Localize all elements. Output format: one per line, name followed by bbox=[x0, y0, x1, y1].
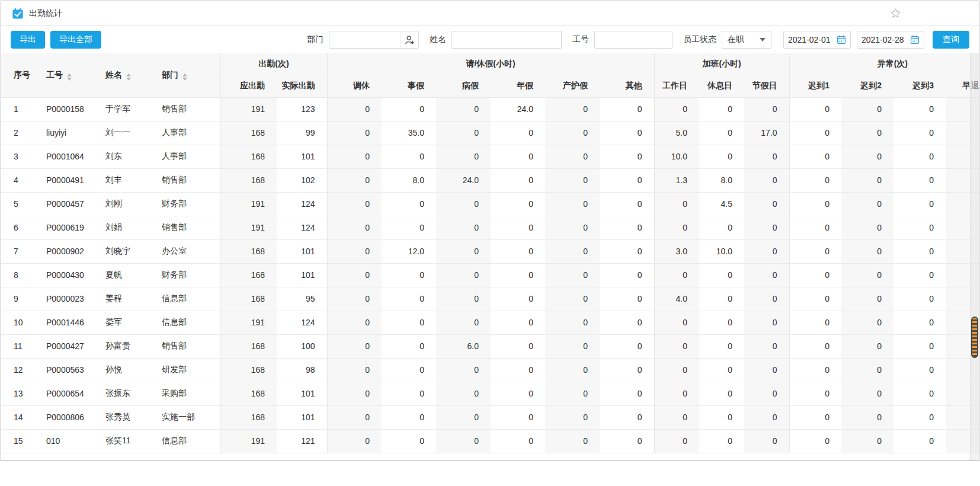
cell-emp-id: P0001064 bbox=[34, 145, 93, 168]
row-index: 14 bbox=[1, 405, 34, 429]
table-cell: 0 bbox=[600, 429, 654, 453]
table-cell: 0 bbox=[841, 429, 893, 453]
name-input-wrap bbox=[451, 31, 562, 49]
column-subheader: 迟到1 bbox=[789, 75, 841, 97]
cell-name: 张秀英 bbox=[93, 405, 149, 429]
table-cell: 0 bbox=[744, 358, 789, 382]
table-cell: 0 bbox=[545, 358, 600, 382]
table-cell: 0 bbox=[893, 192, 946, 216]
star-icon[interactable] bbox=[889, 7, 902, 20]
cell-dept: 信息部 bbox=[149, 311, 220, 334]
table-cell: 0 bbox=[654, 263, 699, 287]
table-cell: 0 bbox=[841, 216, 893, 239]
table-cell: 0 bbox=[545, 239, 600, 263]
table-cell: 0 bbox=[699, 263, 744, 287]
table-cell: 0 bbox=[491, 334, 545, 358]
table-cell: 8.0 bbox=[699, 168, 744, 192]
table-cell: 4.0 bbox=[654, 287, 699, 311]
name-input[interactable] bbox=[452, 32, 561, 47]
table-cell: 0 bbox=[327, 358, 382, 382]
table-cell: 0 bbox=[744, 168, 789, 192]
empid-label: 工号 bbox=[572, 34, 589, 45]
start-date-value: 2021-02-01 bbox=[788, 35, 831, 44]
table-cell: 17.0 bbox=[744, 121, 789, 145]
table-cell: 0 bbox=[600, 192, 654, 216]
table-cell: 0 bbox=[744, 334, 789, 358]
column-header-dept[interactable]: 部门 bbox=[149, 53, 220, 97]
table-cell: 101 bbox=[277, 263, 327, 287]
table-cell: 0 bbox=[545, 145, 600, 168]
table-cell: 121 bbox=[277, 429, 327, 453]
cell-name: 张笑11 bbox=[93, 429, 149, 453]
empid-input[interactable] bbox=[595, 32, 672, 47]
table-cell: 0 bbox=[491, 168, 545, 192]
table-cell: 0 bbox=[744, 97, 789, 121]
cell-emp-id: P0000427 bbox=[34, 334, 93, 358]
query-button[interactable]: 查询 bbox=[933, 31, 969, 49]
table-cell: 0 bbox=[545, 192, 600, 216]
table-cell: 0 bbox=[893, 382, 946, 405]
table-cell: 3.0 bbox=[654, 239, 699, 263]
cell-name: 刘丰 bbox=[93, 168, 149, 192]
dept-input[interactable] bbox=[329, 32, 401, 47]
export-all-button[interactable]: 导出全部 bbox=[50, 31, 101, 49]
row-index: 12 bbox=[1, 358, 34, 382]
table-cell: 124 bbox=[277, 311, 327, 334]
column-group-1: 请/休假(小时) bbox=[327, 53, 654, 75]
table-cell: 168 bbox=[220, 382, 277, 405]
table-cell: 0 bbox=[382, 334, 436, 358]
table-cell: 0 bbox=[600, 382, 654, 405]
sort-carets-icon[interactable] bbox=[126, 73, 131, 81]
table-cell: 0 bbox=[654, 405, 699, 429]
table-cell: 0 bbox=[545, 429, 600, 453]
vertical-scrollbar-track[interactable] bbox=[970, 53, 979, 461]
status-label: 员工状态 bbox=[683, 34, 716, 45]
table-cell: 191 bbox=[220, 97, 277, 121]
table-cell: 0 bbox=[789, 192, 841, 216]
end-date-picker[interactable]: 2021-02-28 bbox=[857, 31, 924, 49]
table-cell: 0 bbox=[789, 311, 841, 334]
table-cell: 168 bbox=[220, 405, 277, 429]
cell-name: 孙富贵 bbox=[93, 334, 149, 358]
column-header-emp-id[interactable]: 工号 bbox=[34, 53, 93, 97]
dept-label: 部门 bbox=[307, 34, 324, 45]
table-cell: 101 bbox=[277, 239, 327, 263]
cell-name: 刘娟 bbox=[93, 216, 149, 239]
cell-dept: 财务部 bbox=[149, 192, 220, 216]
table-cell: 0 bbox=[327, 382, 382, 405]
table-cell: 0 bbox=[789, 216, 841, 239]
vertical-scrollbar-thumb[interactable] bbox=[971, 316, 978, 358]
table-cell: 0 bbox=[699, 97, 744, 121]
column-header-name[interactable]: 姓名 bbox=[93, 53, 149, 97]
table-cell: 0 bbox=[789, 97, 841, 121]
add-user-icon[interactable] bbox=[401, 31, 418, 48]
table-cell: 0 bbox=[491, 216, 545, 239]
table-cell: 191 bbox=[220, 192, 277, 216]
export-button[interactable]: 导出 bbox=[11, 31, 45, 49]
table-cell: 0 bbox=[893, 216, 946, 239]
table-cell: 0 bbox=[436, 358, 491, 382]
sort-carets-icon[interactable] bbox=[67, 73, 72, 81]
table-cell: 168 bbox=[220, 145, 277, 168]
cell-name: 于学军 bbox=[93, 97, 149, 121]
table-cell: 168 bbox=[220, 239, 277, 263]
attendance-table-viewport: 序号工号姓名部门出勤(次)请/休假(小时)加班(小时)异常(次) 应出勤实际出勤… bbox=[1, 53, 979, 461]
table-cell: 0 bbox=[436, 216, 491, 239]
row-index: 3 bbox=[1, 145, 34, 168]
status-value: 在职 bbox=[728, 34, 744, 45]
table-cell: 0 bbox=[893, 358, 946, 382]
status-select[interactable]: 在职 bbox=[722, 31, 771, 49]
table-cell: 0 bbox=[545, 334, 600, 358]
table-cell: 0 bbox=[893, 97, 946, 121]
start-date-picker[interactable]: 2021-02-01 bbox=[783, 31, 851, 49]
column-group-2: 加班(小时) bbox=[654, 53, 789, 75]
table-cell: 0 bbox=[893, 168, 946, 192]
table-cell: 0 bbox=[600, 168, 654, 192]
table-cell: 0 bbox=[893, 121, 946, 145]
sort-carets-icon[interactable] bbox=[182, 73, 187, 81]
column-subheader: 其他 bbox=[600, 75, 654, 97]
table-cell: 0 bbox=[436, 429, 491, 453]
table-cell: 0 bbox=[841, 192, 893, 216]
table-cell: 0 bbox=[327, 192, 382, 216]
table-cell: 0 bbox=[654, 216, 699, 239]
